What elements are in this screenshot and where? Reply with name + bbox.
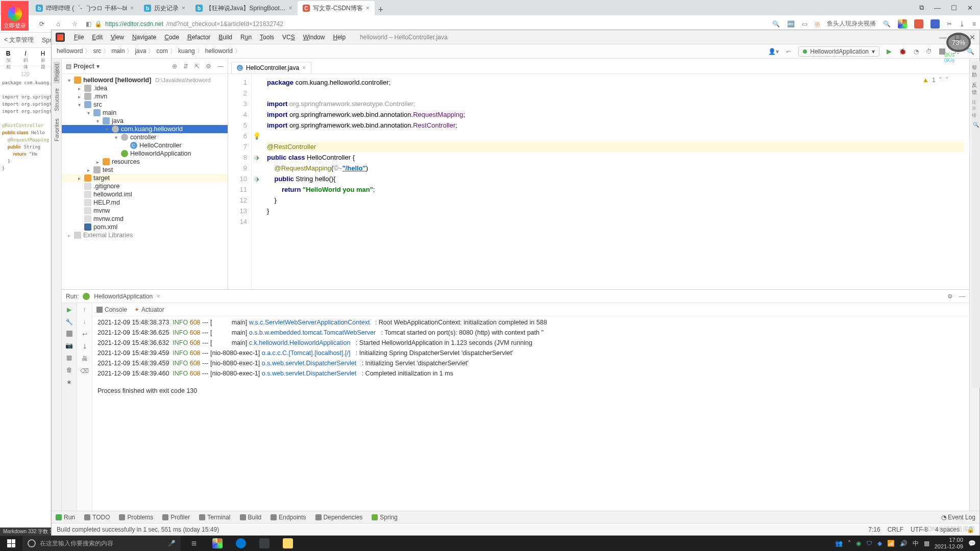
bulb-icon[interactable]: 💡	[253, 132, 261, 140]
menu-code[interactable]: Code	[160, 34, 183, 41]
profiler-button[interactable]: ⏱	[926, 48, 932, 55]
line-sep[interactable]: CRLF	[888, 526, 903, 533]
breadcrumb[interactable]: helloworld	[205, 47, 243, 56]
hide-icon[interactable]: —	[959, 293, 965, 300]
mic-icon[interactable]: 🎤	[168, 540, 176, 547]
taskbar-app[interactable]	[206, 536, 229, 551]
menu-navigate[interactable]: Navigate	[128, 34, 160, 41]
bold-button[interactable]: B加粗	[4, 50, 12, 64]
side-search-icon[interactable]: 🔍	[973, 122, 979, 128]
menu-help[interactable]: Help	[329, 34, 350, 41]
locate-icon[interactable]: ⊕	[172, 63, 177, 70]
taskbar-app[interactable]	[277, 536, 299, 551]
breadcrumb[interactable]: com	[156, 47, 178, 56]
chevron-up-icon[interactable]: ˄	[848, 540, 851, 547]
heading-button[interactable]: H标题	[39, 50, 47, 64]
sync-icon[interactable]: ⤺	[786, 48, 791, 55]
debug-button[interactable]: 🐞	[899, 48, 906, 55]
back-to-articles[interactable]: < 文章管理	[4, 36, 34, 44]
run-config-selector[interactable]: HelloworldApplication ▾	[798, 46, 879, 57]
console-output[interactable]: 2021-12-09 15:48:38.373 INFO 608 --- [ m…	[92, 316, 969, 523]
toolwin-build[interactable]: Build	[240, 514, 262, 521]
people-icon[interactable]: 👥	[835, 540, 843, 547]
hide-icon[interactable]: —	[217, 63, 224, 70]
rerun-button[interactable]: ▶	[67, 306, 71, 313]
italic-button[interactable]: I斜体	[21, 50, 30, 64]
expand-icon[interactable]: ⇵	[183, 63, 188, 70]
menu-tools[interactable]: Tools	[256, 34, 278, 41]
side-item[interactable]: 帮助	[972, 64, 980, 79]
tool-button[interactable]: 🔧	[65, 318, 73, 325]
url-field[interactable]: ◧ 🔒 https://editor.csdn.net/md?not_check…	[86, 20, 766, 28]
menu-file[interactable]: File	[70, 34, 88, 41]
toolwin-todo[interactable]: TODO	[84, 514, 110, 521]
cut-icon[interactable]: ✂	[947, 20, 952, 28]
down-icon[interactable]: ↓	[83, 318, 86, 325]
collapse-icon[interactable]: ⇱	[194, 63, 200, 70]
bookmark-button[interactable]: ☆	[69, 20, 80, 28]
rail-structure[interactable]: Structure	[54, 86, 60, 113]
ime-icon[interactable]: 中	[913, 539, 919, 548]
ext-icon[interactable]	[930, 19, 940, 29]
close-window-icon[interactable]: ✕	[967, 4, 973, 12]
taskbar-search[interactable]: 在这里输入你要搜索的内容 🎤	[22, 536, 181, 551]
breadcrumb[interactable]: main	[111, 47, 135, 56]
breadcrumb[interactable]: java	[135, 47, 156, 56]
chevron-down-icon[interactable]: ˅	[945, 76, 949, 84]
browser-tab-1[interactable]: b历史记录×	[139, 1, 190, 15]
taskbar-app[interactable]	[230, 536, 252, 551]
close-icon[interactable]: ×	[366, 5, 370, 12]
breadcrumb[interactable]: helloword	[57, 47, 93, 56]
stop-button[interactable]	[66, 331, 72, 337]
menu-icon[interactable]: ≡	[972, 20, 976, 28]
toolwin-problems[interactable]: Problems	[119, 514, 153, 521]
print-icon[interactable]: 🖶	[82, 355, 88, 362]
run-tab[interactable]: HelloworldApplication	[94, 293, 153, 300]
new-tab-button[interactable]: +	[375, 5, 387, 15]
run-button[interactable]: ▶	[887, 47, 892, 55]
system-tray[interactable]: 👥 ˄ ◉ 🛡 ◆ 📶 🔊 中 ▦ 17:002021-12-09 💬	[835, 537, 980, 550]
taskbar-clock[interactable]: 17:002021-12-09	[935, 537, 963, 550]
taskbar-app[interactable]	[253, 536, 276, 551]
nav-implements-icon[interactable]: ⬗	[254, 154, 259, 161]
close-icon[interactable]: ×	[182, 5, 185, 12]
event-log[interactable]: ◔ Event Log	[941, 514, 975, 521]
close-icon[interactable]: ×	[130, 5, 134, 12]
menu-window[interactable]: Window	[299, 34, 329, 41]
actuator-tab[interactable]: ✦Actuator	[134, 306, 164, 313]
minimize-icon[interactable]: —	[934, 4, 941, 12]
breadcrumb[interactable]: src	[93, 47, 111, 56]
side-item[interactable]: 还不错	[972, 99, 980, 119]
toolwin-dependencies[interactable]: Dependencies	[315, 514, 363, 521]
game-icon[interactable]	[914, 19, 923, 29]
inspection-widget[interactable]: ▲1˄˅	[922, 76, 949, 84]
task-view-button[interactable]: ⊞	[183, 536, 205, 551]
editor-tab[interactable]: HelloController.java×	[231, 62, 311, 73]
tab-overview-icon[interactable]: ⧉	[919, 4, 924, 12]
menu-vcs[interactable]: VCS	[278, 34, 299, 41]
breadcrumb[interactable]: kuang	[178, 47, 205, 56]
camera-icon[interactable]: 📷	[65, 342, 73, 349]
browser-tab-0[interactable]: b哔哩哔哩 (゜-゜)つロ 干杯~-bi×	[31, 1, 139, 15]
close-icon[interactable]: ×	[157, 293, 160, 300]
reload-button[interactable]: ⟳	[37, 20, 47, 28]
nav-implements-icon[interactable]: ⬗	[254, 175, 259, 183]
menu-view[interactable]: View	[107, 34, 128, 41]
browser-login-badge[interactable]: 立即登录	[1, 1, 29, 31]
translate-icon[interactable]: 🔤	[787, 20, 795, 28]
gear-icon[interactable]: ⚙	[947, 293, 953, 300]
volume-icon[interactable]: 🔊	[900, 540, 908, 547]
toolwin-terminal[interactable]: Terminal	[199, 514, 230, 521]
app-tray-icon[interactable]: ▦	[924, 540, 929, 547]
video-icon[interactable]: ▭	[802, 20, 807, 28]
shield-icon[interactable]: 🛡	[866, 540, 872, 547]
promo-text[interactable]: 鱼头人现身央视播	[827, 19, 876, 28]
rail-favorites[interactable]: Favorites	[54, 116, 60, 143]
toolwin-endpoints[interactable]: Endpoints	[271, 514, 306, 521]
perf-monitor-overlay[interactable]: 73% 0K/s 0K/s	[940, 33, 977, 63]
browser-tab-2[interactable]: b【狂神说Java】SpringBoot…×	[190, 1, 298, 15]
coverage-button[interactable]: ◔	[914, 48, 919, 55]
toolwin-spring[interactable]: Spring	[372, 514, 398, 521]
trash-icon[interactable]: 🗑	[66, 366, 72, 373]
menu-build[interactable]: Build	[214, 34, 236, 41]
